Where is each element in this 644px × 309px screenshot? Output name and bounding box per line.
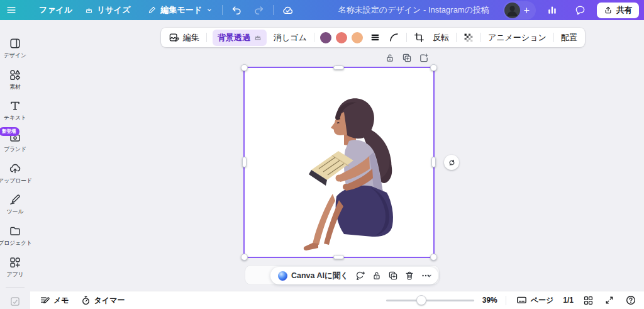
sidebar-item-label: ツール [7, 208, 24, 216]
sidebar-item-elements[interactable]: 素材 [0, 64, 30, 96]
notes-label: メモ [53, 295, 69, 306]
cloud-check-icon [282, 4, 294, 16]
animation-label: アニメーション [488, 32, 547, 43]
eraser-button[interactable]: 消しゴム [272, 30, 308, 46]
pencil-icon [148, 6, 157, 14]
ask-canva-ai-button[interactable]: Canva AIに聞く [278, 271, 348, 281]
comments-button[interactable] [569, 0, 592, 20]
share-button[interactable]: 共有 [597, 3, 639, 18]
collapse-toolbar-button[interactable] [422, 269, 436, 283]
sidebar-item-label: プロジェクト [0, 239, 32, 247]
sidebar-item-label: 素材 [9, 83, 21, 91]
plus-icon [523, 6, 531, 14]
pages-icon [516, 295, 528, 306]
resize-handle-bottom-right[interactable] [430, 254, 437, 261]
zoom-slider-knob[interactable] [416, 295, 426, 305]
image-toolbar: 編集 背景透過 消しゴム [161, 28, 585, 47]
sidebar-item-partial[interactable] [0, 293, 30, 309]
design-icon [9, 37, 21, 50]
floating-action-bar: Canva AIに聞く [245, 265, 440, 285]
edit-image-button[interactable]: 編集 [167, 30, 201, 46]
timer-button[interactable]: タイマー [76, 291, 130, 309]
topbar-right: 名称未設定のデザイン - Instagramの投稿 [338, 0, 644, 20]
pages-label: ページ [531, 295, 554, 306]
bottombar: メモ タイマー 39% ページ 1/1 [30, 291, 644, 309]
position-label: 配置 [561, 32, 577, 43]
hamburger-menu-button[interactable] [0, 0, 23, 20]
color-swatch-peach[interactable] [352, 32, 363, 43]
sidebar-item-label: アップロード [0, 177, 32, 185]
transparency-button[interactable] [462, 30, 475, 45]
curve-button[interactable] [387, 30, 401, 45]
insights-button[interactable] [541, 0, 564, 20]
duplicate-icon [388, 271, 398, 281]
grid-view-button[interactable] [582, 291, 595, 309]
flip-button[interactable]: 反転 [431, 30, 450, 46]
share-label: 共有 [616, 5, 632, 16]
divider [553, 33, 554, 42]
duplicate-button[interactable] [402, 53, 412, 63]
redo-button[interactable] [248, 0, 270, 20]
comment-button[interactable] [355, 271, 365, 281]
color-swatch-coral[interactable] [336, 32, 347, 43]
help-icon [625, 295, 636, 306]
sidebar-item-design[interactable]: デザイン [0, 33, 30, 64]
position-button[interactable]: 配置 [560, 30, 579, 46]
resize-button[interactable]: リサイズ [79, 0, 136, 20]
canvas-image-woman-reading[interactable] [245, 68, 433, 257]
pages-view-button[interactable]: ページ [514, 291, 555, 309]
background-remove-button[interactable]: 背景透過 [213, 30, 267, 46]
animation-button[interactable]: アニメーション [487, 30, 548, 46]
resize-handle-left[interactable] [242, 157, 247, 167]
stroke-weight-button[interactable] [369, 30, 382, 45]
sidebar-item-label: テキスト [4, 114, 26, 122]
help-button[interactable] [624, 291, 638, 309]
resize-handle-top-left[interactable] [241, 64, 248, 71]
lock-button[interactable] [385, 53, 395, 63]
file-menu-button[interactable]: ファイル [33, 0, 79, 20]
export-icon [604, 6, 613, 14]
duplicate-button-floating[interactable] [388, 271, 398, 281]
resize-handle-right[interactable] [431, 157, 436, 167]
canva-editor: ファイル リサイズ 編集モード [0, 0, 644, 309]
crown-icon [254, 34, 262, 42]
notes-button[interactable]: メモ [35, 291, 74, 309]
crop-button[interactable] [413, 30, 426, 45]
resize-label: リサイズ [97, 4, 130, 16]
delete-button[interactable] [404, 271, 414, 281]
zoom-slider-track [386, 300, 474, 301]
text-icon [9, 99, 21, 112]
chevron-down-icon [425, 272, 433, 280]
sidebar-item-apps[interactable]: アプリ [0, 252, 30, 283]
resize-handle-top-right[interactable] [430, 64, 437, 71]
sidebar-item-tools[interactable]: ツール [0, 189, 30, 220]
canva-ai-icon [278, 271, 287, 281]
flip-label: 反転 [433, 32, 449, 43]
chevron-down-icon [206, 6, 213, 14]
ask-canva-ai-label: Canva AIに聞く [291, 271, 348, 281]
lock-button-floating[interactable] [372, 271, 382, 281]
fullscreen-button[interactable] [603, 291, 616, 309]
undo-button[interactable] [225, 0, 248, 20]
add-page-button[interactable] [419, 53, 429, 63]
sidebar-item-brand[interactable]: 新登場 ブランド [0, 126, 30, 158]
resize-handle-bottom[interactable] [333, 255, 344, 259]
divider [480, 33, 481, 42]
zoom-slider[interactable] [386, 295, 474, 305]
edit-mode-button[interactable]: 編集モード [142, 0, 219, 20]
sidebar-item-uploads[interactable]: アップロード [0, 158, 30, 189]
resize-handle-bottom-left[interactable] [241, 254, 248, 261]
resize-handle-top[interactable] [333, 65, 344, 70]
sidebar-item-projects[interactable]: プロジェクト [0, 220, 30, 252]
invite-members-button[interactable] [503, 1, 536, 20]
bottombar-right: 39% ページ 1/1 [386, 291, 644, 309]
crown-icon [85, 6, 93, 14]
canvas-page[interactable] [245, 68, 433, 257]
sidebar: デザイン 素材 テキスト 新登場 ブランド アップロード [0, 20, 30, 309]
divider [222, 5, 223, 15]
sidebar-item-text[interactable]: テキスト [0, 95, 30, 126]
cloud-save-status-button[interactable] [276, 0, 299, 20]
rotate-handle[interactable] [444, 155, 459, 170]
pen-tool-icon [9, 193, 21, 206]
color-swatch-purple[interactable] [320, 32, 331, 43]
